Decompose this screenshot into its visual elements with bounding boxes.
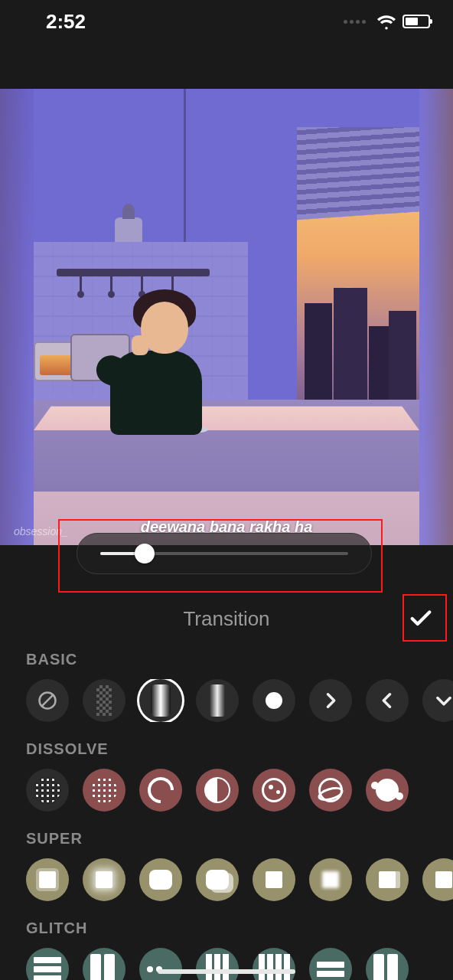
slider-thumb[interactable]: [135, 544, 155, 564]
dissolve-dots-1[interactable]: [26, 769, 69, 812]
panel-title: Transition: [183, 607, 269, 631]
glitch-2[interactable]: [83, 948, 125, 980]
bubble-icon: [149, 870, 172, 890]
dissolve-swirl[interactable]: [139, 769, 182, 812]
fade-narrow-icon: [210, 684, 225, 717]
dissolve-splat[interactable]: [366, 769, 409, 812]
row-glitch: [26, 948, 453, 980]
dot-grid-icon: [91, 777, 117, 803]
super-blur[interactable]: [309, 858, 352, 901]
confirm-button[interactable]: [406, 603, 436, 634]
glitch-5[interactable]: [253, 948, 295, 980]
row-super: [26, 858, 453, 901]
glitch-1[interactable]: [26, 948, 69, 980]
splat-icon: [376, 779, 399, 802]
cellular-dots-icon: [344, 20, 366, 24]
super-stack[interactable]: [366, 858, 409, 901]
split-icon: [373, 954, 401, 980]
video-preview[interactable]: obsession_ deewana bana rakha ha: [0, 89, 453, 545]
swirl-icon: [148, 777, 174, 803]
checker-icon: [96, 685, 112, 716]
bubbles-icon: [206, 870, 229, 890]
super-square[interactable]: [253, 858, 295, 901]
basic-prev[interactable]: [366, 679, 409, 722]
row-basic: [26, 679, 453, 722]
dissolve-orbit[interactable]: [309, 769, 352, 812]
status-time: 2:52: [46, 10, 86, 34]
stripes-icon: [259, 954, 290, 980]
battery-icon: [402, 15, 430, 28]
split-icon: [90, 954, 118, 980]
super-bubble[interactable]: [139, 858, 182, 901]
super-extra[interactable]: [422, 858, 453, 901]
planet-icon: [318, 778, 343, 802]
home-indicator[interactable]: [158, 969, 295, 974]
basic-next[interactable]: [309, 679, 352, 722]
category-label-dissolve: DISSOLVE: [26, 740, 453, 758]
dissolve-dots-2[interactable]: [83, 769, 125, 812]
bars-icon: [317, 952, 344, 980]
basic-fade-selected[interactable]: [139, 679, 182, 722]
chevron-right-icon: [320, 690, 341, 711]
status-icons: [344, 11, 430, 31]
transition-categories: BASIC DISSOLVE: [0, 651, 453, 980]
dissolve-paint[interactable]: [253, 769, 295, 812]
basic-none[interactable]: [26, 679, 69, 722]
basic-down[interactable]: [422, 679, 453, 722]
burst-icon: [96, 871, 112, 888]
super-frame[interactable]: [26, 858, 69, 901]
circle-icon: [266, 692, 282, 709]
glitch-6[interactable]: [309, 948, 352, 980]
glitch-7[interactable]: [366, 948, 409, 980]
glitch-3[interactable]: [139, 948, 182, 980]
palette-icon: [262, 778, 286, 802]
wifi-icon: [376, 11, 396, 31]
chevron-down-icon: [433, 690, 453, 711]
check-icon: [408, 606, 434, 632]
super-bubbles[interactable]: [196, 858, 239, 901]
basic-iris[interactable]: [253, 679, 295, 722]
transition-duration-slider[interactable]: [77, 533, 372, 574]
stripes-icon: [206, 954, 229, 980]
square-blur-icon: [322, 871, 339, 888]
bars-icon: [34, 952, 61, 980]
yinyang-icon: [204, 777, 230, 803]
glitch-4[interactable]: [196, 948, 239, 980]
status-bar: 2:52: [0, 0, 453, 43]
category-label-super: SUPER: [26, 830, 453, 848]
square-icon: [266, 871, 282, 888]
category-label-basic: BASIC: [26, 651, 453, 668]
basic-fade-narrow[interactable]: [196, 679, 239, 722]
row-dissolve: [26, 769, 453, 812]
super-burst[interactable]: [83, 858, 125, 901]
svg-line-1: [41, 694, 54, 707]
panel-header: Transition: [0, 599, 453, 639]
stack-icon: [379, 871, 396, 888]
dissolve-yin[interactable]: [196, 769, 239, 812]
chevron-left-icon: [376, 690, 398, 711]
basic-checker[interactable]: [83, 679, 125, 722]
frame-icon: [39, 871, 56, 888]
dot-grid-icon: [34, 777, 60, 803]
none-icon: [37, 690, 58, 711]
square-icon: [435, 871, 452, 888]
fade-icon: [151, 684, 171, 717]
category-label-glitch: GLITCH: [26, 920, 453, 937]
